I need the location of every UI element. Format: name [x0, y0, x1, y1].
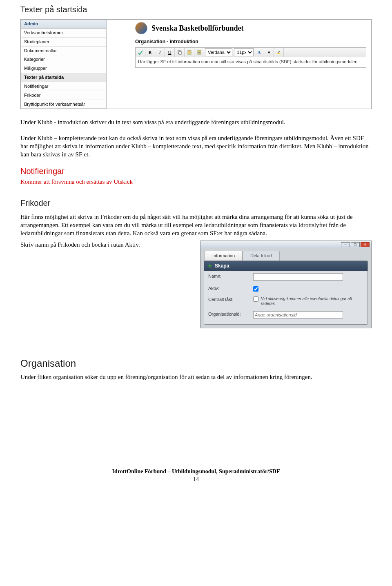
label-centralt-last: Centralt låst: [208, 296, 249, 303]
panel-title: Skapa [215, 263, 229, 269]
frikoder-body: Här finns möjlighet att skriva in Frikod… [20, 213, 372, 238]
tab-dela-frikod[interactable]: Dela frikod [243, 251, 280, 261]
paste-word-icon[interactable]: W [194, 48, 204, 57]
sidebar-item-texter-startsida[interactable]: Texter på startsida [21, 73, 106, 82]
notifieringar-note: Kommer att försvinna och ersättas av Uts… [20, 178, 372, 186]
svg-rect-3 [189, 50, 190, 51]
copy-icon[interactable] [175, 48, 185, 57]
highlight-icon[interactable] [274, 48, 284, 57]
admin-sidebar: Admin Verksamhetsformer Studieplaner Dok… [21, 20, 107, 109]
frikoder-action: Skriv namn på Frikoden och bocka i rutan… [20, 241, 195, 249]
paragraph-klubb-intro: Under Klubb - introduktion skriver du in… [20, 118, 372, 126]
footer-text: IdrottOnline Förbund – Utbildningsmodul,… [20, 468, 372, 476]
sidebar-item-notifieringar[interactable]: Notifieringar [21, 82, 106, 91]
font-color-icon[interactable]: A [254, 48, 264, 57]
skapa-panel: Skapa Namn: Aktiv: Centralt låst: Vid ak… [204, 261, 368, 325]
page-number: 14 [20, 476, 372, 484]
sidebar-item-kategorier[interactable]: Kategorier [21, 55, 106, 64]
label-aktiv: Aktiv: [208, 285, 249, 292]
sidebar-item-malgrupper[interactable]: Målgrupper [21, 64, 106, 73]
editor-toolbar: B I U W Verdana 11px A ▾ [135, 47, 366, 57]
bold-button[interactable]: B [145, 48, 155, 57]
checkbox-centralt-last[interactable] [253, 296, 258, 302]
editor-pane: Svenska Basketbollförbundet Organisation… [107, 20, 371, 109]
sidebar-item-dokumentmallar[interactable]: Dokumentmallar [21, 47, 106, 56]
font-family-select[interactable]: Verdana [205, 48, 232, 56]
brand-logo-icon [135, 22, 147, 34]
underline-button[interactable]: U [165, 48, 175, 57]
checkbox-aktiv[interactable] [253, 286, 258, 292]
admin-sidebar-header: Admin [21, 20, 106, 29]
input-organisationsid[interactable] [253, 311, 343, 319]
frikod-dialog-screenshot: – □ ✕ Information Dela frikod Skapa Namn… [200, 241, 372, 328]
heading-notifieringar: Notifieringar [20, 166, 372, 177]
paste-icon[interactable] [185, 48, 194, 57]
font-size-select[interactable]: 11px [234, 48, 254, 56]
admin-editor-screenshot: Admin Verksamhetsformer Studieplaner Dok… [20, 19, 372, 109]
svg-rect-1 [179, 51, 181, 54]
svg-rect-2 [188, 50, 191, 54]
label-namn: Namn: [208, 273, 249, 279]
window-minimize-button[interactable]: – [341, 242, 350, 247]
window-maximize-button[interactable]: □ [351, 242, 360, 247]
tab-information[interactable]: Information [205, 251, 243, 261]
sidebar-item-verksamhetsformer[interactable]: Verksamhetsformer [21, 29, 106, 38]
italic-button[interactable]: I [155, 48, 165, 57]
editor-textarea[interactable]: Här lägger SF:et till information som ma… [135, 57, 366, 68]
footer-rule [20, 467, 372, 467]
heading-organisation: Organisation [20, 357, 372, 370]
paragraph-klubb-kompl: Under Klubb – kompletterande text kan du… [20, 134, 372, 159]
heading-texter: Texter på startsida [20, 4, 372, 15]
chevron-down-icon[interactable]: ▾ [264, 48, 274, 57]
panel-header: Skapa [204, 261, 368, 271]
sidebar-item-bryttidpunkt[interactable]: Bryttidpunkt för verksamhetsår [21, 100, 106, 109]
window-close-button[interactable]: ✕ [361, 242, 370, 247]
input-namn[interactable] [253, 273, 343, 281]
spellcheck-icon[interactable] [136, 48, 145, 57]
window-titlebar: – □ ✕ [200, 241, 371, 248]
heading-frikoder: Frikoder [20, 198, 372, 209]
sidebar-item-frikoder[interactable]: Frikoder [21, 91, 106, 100]
label-organisationsid: Organisationsid: [208, 311, 249, 317]
organisation-body: Under fliken organisation söker du upp e… [20, 373, 372, 381]
star-icon [207, 263, 212, 268]
brand-title: Svenska Basketbollförbundet [151, 23, 244, 33]
centralt-last-note: Vid aktivering kommer alla eventuella de… [261, 296, 363, 306]
editor-section-title: Organisation - introduktion [135, 38, 366, 45]
svg-text:W: W [198, 51, 201, 54]
sidebar-item-studieplaner[interactable]: Studieplaner [21, 38, 106, 47]
